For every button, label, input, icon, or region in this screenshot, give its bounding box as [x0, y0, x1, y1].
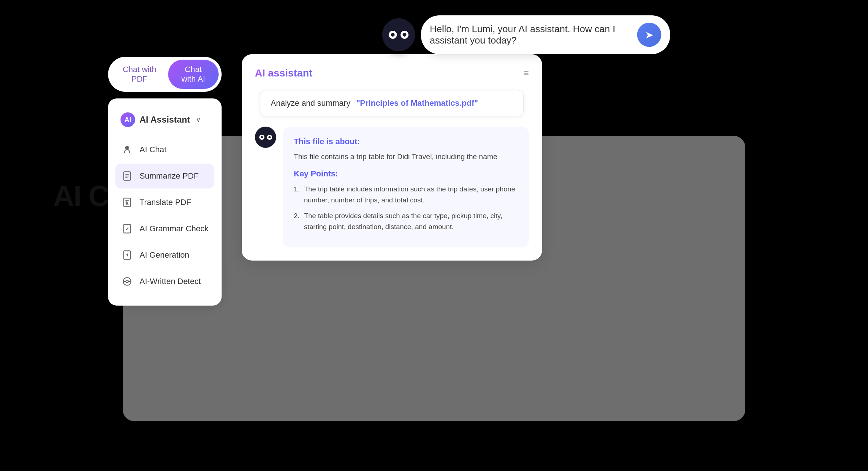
sidebar-item-ai-generation[interactable]: AI Generation	[115, 243, 214, 268]
summarize-pdf-label: Summarize PDF	[140, 171, 199, 181]
key-point-2: The table provides details such as the c…	[294, 210, 518, 233]
grammar-check-label: AI Grammar Check	[140, 224, 208, 233]
send-button[interactable]: ➤	[637, 23, 661, 47]
svg-rect-9	[124, 251, 131, 259]
svg-text:A: A	[126, 202, 128, 205]
sidebar-panel: AI AI Assistant ∨ AI Chat	[108, 98, 222, 306]
ai-chat-label: AI Chat	[140, 145, 166, 154]
left-panel: Chat with PDF Chat with AI AI AI Assista…	[108, 57, 222, 306]
bot-eye-small-left	[259, 135, 264, 140]
chat-input-bar: Hello, I'm Lumi, your AI assistant. How …	[421, 15, 670, 54]
main-panel: AI assistant ≡ Analyze and summary "Prin…	[242, 54, 542, 261]
tab-buttons: Chat with PDF Chat with AI	[108, 57, 222, 92]
ai-generation-label: AI Generation	[140, 250, 189, 260]
send-icon: ➤	[645, 29, 653, 41]
sidebar-title: AI Assistant	[140, 115, 190, 125]
svg-point-1	[126, 147, 128, 149]
ai-chat-icon	[120, 143, 134, 156]
ai-written-detect-icon	[120, 275, 134, 288]
translate-pdf-icon: A	[120, 196, 134, 209]
bot-eyes-small	[259, 135, 272, 140]
panel-header: AI assistant ≡	[255, 67, 529, 79]
bot-eye-left	[389, 31, 397, 39]
key-point-1: The trip table includes information such…	[294, 184, 518, 206]
key-points-title: Key Points:	[294, 169, 518, 179]
response-file-about-text: This file contains a trip table for Didi…	[294, 151, 518, 162]
bot-eyes	[389, 31, 409, 39]
grammar-check-icon	[120, 222, 134, 235]
chevron-down-icon: ∨	[196, 116, 201, 124]
svg-point-11	[126, 280, 129, 283]
summarize-pdf-icon	[120, 169, 134, 183]
tab-chat-pdf[interactable]: Chat with PDF	[111, 60, 168, 89]
tab-chat-ai[interactable]: Chat with AI	[168, 60, 219, 89]
ai-avatar: AI	[120, 112, 135, 127]
sidebar-item-grammar-check[interactable]: AI Grammar Check	[115, 216, 214, 241]
ai-generation-icon	[120, 248, 134, 262]
pdf-link[interactable]: "Principles of Mathematics.pdf"	[356, 98, 478, 108]
response-file-about-title: This file is about:	[294, 137, 518, 146]
panel-title: AI assistant	[255, 67, 312, 79]
top-chat-bar: Hello, I'm Lumi, your AI assistant. How …	[382, 15, 670, 54]
sidebar-item-ai-chat[interactable]: AI Chat	[115, 137, 214, 162]
greeting-text: Hello, I'm Lumi, your AI assistant. How …	[430, 23, 637, 46]
analyze-label: Analyze and summary	[271, 98, 350, 108]
menu-icon[interactable]: ≡	[524, 68, 529, 78]
bot-avatar-top	[382, 18, 415, 51]
key-points-list: The trip table includes information such…	[294, 184, 518, 233]
ai-written-detect-label: AI-Written Detect	[140, 277, 201, 286]
sidebar-item-summarize-pdf[interactable]: Summarize PDF	[115, 164, 214, 188]
translate-pdf-label: Translate PDF	[140, 198, 191, 207]
bot-eye-right	[401, 31, 409, 39]
sidebar-header[interactable]: AI AI Assistant ∨	[115, 109, 214, 131]
sidebar-item-ai-written-detect[interactable]: AI-Written Detect	[115, 269, 214, 294]
bot-avatar-response	[255, 127, 276, 148]
response-bubble: This file is about: This file contains a…	[283, 127, 529, 247]
sidebar-item-translate-pdf[interactable]: A Translate PDF	[115, 190, 214, 215]
analyze-bar: Analyze and summary "Principles of Mathe…	[260, 90, 524, 116]
response-area: This file is about: This file contains a…	[255, 127, 529, 247]
bot-eye-small-right	[267, 135, 272, 140]
